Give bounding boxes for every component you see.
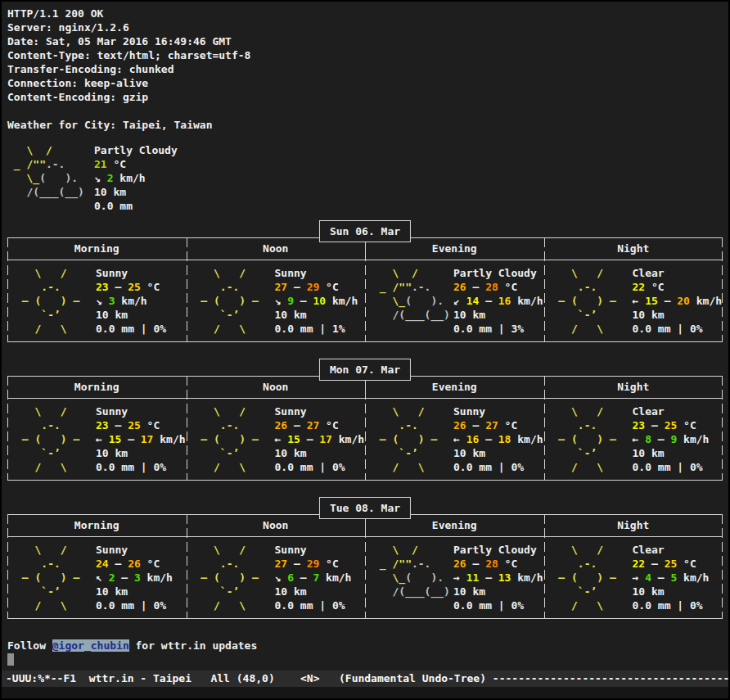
precipitation: 0.0 mm | 0% [275,598,352,612]
sun-icon: \ / .-. ‒ ( ) ‒ `-’ / \ [16,404,88,474]
current-conditions: \ / _ /"".-. \_( ). /(___(__) Partly Clo… [7,143,723,213]
column-header-night: Night [544,242,723,255]
current-condition-text: Partly Cloudy [94,143,178,157]
temperature-range: 26 – 28 °C [453,280,543,294]
condition-text: Sunny [96,404,186,418]
forecast-day-mon-07-mar: Morning Noon Evening Night \ / .-. ‒ ( )… [7,359,723,481]
date-box: Mon 07. Mar [319,359,411,381]
http-header-content-type: Content-Type: text/html; charset=utf-8 [7,48,723,62]
visibility: 10 km [633,308,723,322]
wind-info: → 4 – 5 km/h [633,571,710,585]
forecast-cell-noon: \ / .-. ‒ ( ) ‒ `-’ / \ Sunny 27 – 29 °C… [187,266,366,336]
temperature-range: 23 – 25 °C [633,418,710,432]
table-column-divider [544,514,545,619]
current-temperature: 21 °C [94,157,178,171]
forecast-cell-morning: \ / .-. ‒ ( ) ‒ `-’ / \ Sunny 23 – 25 °C… [7,404,187,474]
follow-message: Follow @igor_chubin for wttr.in updates [7,639,723,653]
http-header-server: Server: nginx/1.2.6 [7,20,723,34]
forecast-cell-morning: \ / .-. ‒ ( ) ‒ `-’ / \ Sunny 23 – 25 °C… [7,266,187,336]
visibility: 10 km [96,585,173,598]
visibility: 10 km [453,446,543,460]
city-title: Weather for City: Taipei, Taiwan [7,118,723,132]
precipitation: 0.0 mm | 0% [453,460,543,474]
temperature-range: 22 – 25 °C [633,557,710,571]
wind-info: ← 15 – 17 km/h [96,432,186,446]
wind-info: → 11 – 13 km/h [453,571,543,585]
http-header-date: Date: Sat, 05 Mar 2016 16:49:46 GMT [7,34,723,48]
precipitation: 0.0 mm | 0% [96,460,186,474]
column-header-morning: Morning [7,518,187,532]
date-box-stem [365,519,366,537]
temperature-range: 23 – 25 °C [96,280,166,294]
sun-icon: \ / .-. ‒ ( ) ‒ `-’ / \ [552,543,624,612]
condition-text: Sunny [453,404,543,418]
condition-text: Sunny [96,266,166,280]
partly-cloudy-icon: \ / _ /"".-. \_( ). /(___(__) [7,143,86,213]
forecast-day-sun-06-mar: Morning Noon Evening Night \ / .-. ‒ ( )… [7,220,723,342]
follow-prefix: Follow [7,639,52,652]
sun-icon: \ / .-. ‒ ( ) ‒ `-’ / \ [16,266,88,336]
forecast-day-tue-08-mar: Morning Noon Evening Night \ / .-. ‒ ( )… [7,497,723,619]
condition-text: Sunny [275,266,358,280]
visibility: 10 km [633,446,710,460]
visibility: 10 km [275,585,352,598]
column-header-evening: Evening [365,380,544,394]
column-header-night: Night [544,518,723,532]
blank-line [7,104,723,118]
table-border-left [7,237,8,342]
temperature-range: 27 – 29 °C [275,557,352,571]
condition-text: Sunny [275,543,352,557]
table-border-left [7,514,8,619]
current-precipitation: 0.0 mm [94,199,178,213]
temperature-range: 22 °C [633,280,723,294]
date-box: Tue 08. Mar [319,497,411,519]
temperature-range: 26 – 27 °C [275,418,365,432]
terminal-window: HTTP/1.1 200 OK Server: nginx/1.2.6 Date… [0,0,730,700]
precipitation: 0.0 mm | 1% [275,322,358,336]
condition-text: Sunny [275,404,365,418]
current-visibility: 10 km [94,185,178,199]
visibility: 10 km [633,585,710,598]
date-box: Sun 06. Mar [319,220,411,242]
http-header-content-encoding: Content-Encoding: gzip [7,90,723,104]
condition-text: Clear [633,266,723,280]
wind-info: ← 15 – 17 km/h [275,432,365,446]
forecast-cell-night: \ / .-. ‒ ( ) ‒ `-’ / \ Clear 22 – 25 °C… [544,543,723,612]
condition-text: Partly Cloudy [453,543,543,557]
precipitation: 0.0 mm | 0% [633,460,710,474]
echo-area [2,687,728,698]
wind-info: ↖ 2 – 3 km/h [96,571,173,585]
table-column-divider [544,376,545,481]
date-box-stem [365,381,366,399]
temperature-range: 26 – 28 °C [453,557,543,571]
table-border-right [722,376,723,481]
temperature-range: 26 – 27 °C [453,418,543,432]
precipitation: 0.0 mm | 0% [633,322,723,336]
current-wind: ↘ 2 km/h [94,171,178,185]
table-column-divider [187,376,187,481]
column-header-noon: Noon [187,242,366,255]
emacs-modeline: -UUU:%*--F1 wttr.in - Taipei All (48,0) … [2,671,728,687]
column-header-noon: Noon [187,380,366,394]
precipitation: 0.0 mm | 0% [633,598,710,612]
visibility: 10 km [96,446,186,460]
precipitation: 0.0 mm | 0% [453,598,543,612]
wind-info: ← 16 – 18 km/h [453,432,543,446]
sun-icon: \ / .-. ‒ ( ) ‒ `-’ / \ [195,543,267,612]
visibility: 10 km [275,308,358,322]
condition-text: Clear [633,404,710,418]
table-border-right [722,237,723,342]
temperature-range: 23 – 25 °C [96,418,186,432]
table-column-divider [544,237,545,342]
visibility: 10 km [96,308,166,322]
twitter-handle-link[interactable]: @igor_chubin [52,639,129,652]
visibility: 10 km [453,585,543,598]
forecast-cell-night: \ / .-. ‒ ( ) ‒ `-’ / \ Clear 23 – 25 °C… [544,404,723,474]
partly-cloudy-icon: \ / _ /"".-. \_( ). /(___(__) [373,266,445,336]
http-status-line: HTTP/1.1 200 OK [7,7,723,20]
sun-icon: \ / .-. ‒ ( ) ‒ `-’ / \ [373,404,445,474]
precipitation: 0.0 mm | 0% [96,322,166,336]
visibility: 10 km [453,308,543,322]
condition-text: Clear [633,543,710,557]
table-column-divider [187,514,187,619]
